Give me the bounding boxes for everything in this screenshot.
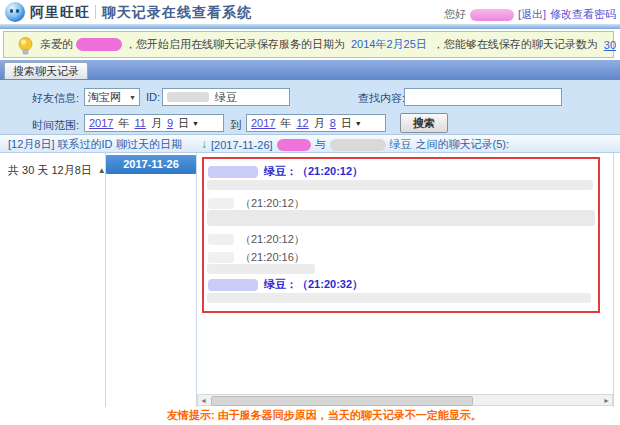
- change-password-link[interactable]: 修改查看密码: [550, 7, 616, 22]
- chat-line: （21:20:12）: [208, 196, 305, 211]
- friendly-tip-text: 友情提示: 由于服务器同步原因，当天的聊天记录不一定能显示。: [167, 408, 482, 423]
- sender-id-redacted: [208, 198, 234, 209]
- notice-body: ，您开始启用在线聊天记录保存服务的日期为: [125, 37, 345, 52]
- sender-id-redacted: [208, 279, 258, 291]
- grid-header-row: [12月8日] 联系过的ID 聊过天的日期 ↓ [2017-11-26] 与 绿…: [0, 135, 620, 153]
- chat-header-suffix: 之间的聊天记录(5):: [416, 137, 510, 152]
- sender-and-time: 绿豆：（21:20:12）: [264, 164, 363, 179]
- logout-link[interactable]: [退出]: [518, 7, 546, 22]
- chat-header-with: 与: [315, 137, 326, 152]
- friend-id-input[interactable]: 绿豆: [162, 88, 290, 106]
- chat-records-panel: 绿豆：（21:20:12） （21:20:12） （21:20:12） （21:…: [202, 157, 600, 313]
- chat-records-header: ↓ [2017-11-26] 与 绿豆 之间的聊天记录(5):: [201, 137, 509, 152]
- date-to-picker[interactable]: 2017 年 12 月 8 日 ▼: [246, 114, 386, 132]
- friend-info-label: 好友信息:: [32, 91, 79, 106]
- to-month-link[interactable]: 12: [296, 117, 308, 129]
- message-redacted: [207, 264, 315, 274]
- id-redacted: [167, 92, 209, 102]
- friend-type-value: 淘宝网: [88, 90, 121, 105]
- chat-record-viewer-page: 阿里旺旺 聊天记录在线查看系统 您好 [退出] 修改查看密码 亲爱的 ，您开始启…: [0, 0, 620, 425]
- chat-line: 绿豆：（21:20:12）: [208, 164, 363, 179]
- tab-search-chat-records[interactable]: 搜索聊天记录: [4, 62, 88, 79]
- month-unit: 月: [151, 116, 162, 131]
- calendar-dropdown-icon[interactable]: ▼: [355, 120, 362, 127]
- date-from-picker[interactable]: 2017 年 11 月 9 日 ▼: [84, 114, 224, 132]
- lightbulb-icon: [17, 37, 34, 55]
- chat-line: （21:20:16）: [208, 250, 305, 265]
- chat-header-partner-name: 绿豆: [390, 137, 412, 152]
- scrollbar-thumb[interactable]: [211, 396, 473, 406]
- top-header: 阿里旺旺 聊天记录在线查看系统 您好 [退出] 修改查看密码: [0, 0, 620, 24]
- year-unit: 年: [280, 116, 291, 131]
- chat-header-user-redacted: [277, 139, 311, 151]
- chevron-down-icon: ▼: [129, 94, 136, 101]
- panel-edge: [613, 153, 614, 407]
- notice-banner: 亲爱的 ，您开始启用在线聊天记录保存服务的日期为 2014年2月25日 ，您能够…: [3, 31, 614, 58]
- message-redacted: [207, 180, 593, 190]
- title-divider: [95, 5, 96, 19]
- horizontal-scrollbar[interactable]: ◄ ►: [197, 394, 613, 406]
- chat-line: （21:20:12）: [208, 232, 305, 247]
- notice-days-link[interactable]: 30: [604, 39, 616, 51]
- user-area: 您好 [退出] 修改查看密码: [444, 7, 616, 22]
- friend-type-select[interactable]: 淘宝网 ▼: [84, 88, 140, 106]
- to-year-link[interactable]: 2017: [251, 117, 275, 129]
- id-label: ID:: [146, 91, 160, 103]
- notice-text: 亲爱的 ，您开始启用在线聊天记录保存服务的日期为 2014年2月25日 ，您能够…: [40, 37, 620, 52]
- find-content-input[interactable]: [404, 88, 562, 106]
- username-redacted: [470, 9, 514, 21]
- days-summary-text: 共 30 天 12月8日: [8, 163, 92, 178]
- chat-line: 绿豆：（21:20:32）: [208, 277, 363, 292]
- sender-id-redacted: [208, 166, 258, 178]
- brand-name: 阿里旺旺: [30, 4, 90, 22]
- from-year-link[interactable]: 2017: [89, 117, 113, 129]
- notice-username-redacted: [76, 38, 122, 51]
- column-divider: [196, 153, 197, 407]
- scroll-left-icon[interactable]: ◄: [198, 397, 209, 404]
- to-day-link[interactable]: 8: [330, 117, 336, 129]
- green-down-arrow-icon[interactable]: ↓: [201, 139, 207, 150]
- message-time: （21:20:16）: [240, 250, 305, 265]
- sender-id-redacted: [208, 234, 234, 245]
- calendar-dropdown-icon[interactable]: ▼: [192, 120, 199, 127]
- chat-header-partner-redacted: [330, 139, 386, 151]
- message-time: （21:20:12）: [240, 232, 305, 247]
- tab-bar: 搜索聊天记录: [0, 60, 620, 80]
- header-divider-bar: [0, 24, 620, 29]
- sender-and-time: 绿豆：（21:20:32）: [264, 277, 363, 292]
- scrollbar-track[interactable]: [209, 395, 601, 405]
- sender-id-redacted: [208, 252, 234, 263]
- search-form: 好友信息: 淘宝网 ▼ ID: 绿豆 查找内容: 时间范围: 2017 年 11…: [0, 80, 620, 135]
- page-title: 聊天记录在线查看系统: [102, 4, 252, 22]
- month-unit: 月: [314, 116, 325, 131]
- to-word: 到: [230, 118, 241, 133]
- days-summary-row: 共 30 天 12月8日 ▲ ▼: [8, 163, 120, 178]
- greeting-text: 您好: [444, 7, 466, 22]
- notice-start-date: 2014年2月25日: [351, 37, 427, 52]
- year-unit: 年: [118, 116, 129, 131]
- day-unit: 日: [341, 116, 352, 131]
- search-button[interactable]: 搜索: [400, 113, 448, 133]
- from-month-link[interactable]: 11: [134, 117, 145, 129]
- sort-asc-icon[interactable]: ▲: [98, 166, 106, 175]
- column-divider: [105, 153, 106, 407]
- contacted-id-column-header: [12月8日] 联系过的ID: [8, 137, 113, 152]
- day-unit: 日: [178, 116, 189, 131]
- message-redacted: [207, 210, 595, 226]
- find-content-label: 查找内容:: [358, 91, 405, 106]
- scroll-right-icon[interactable]: ►: [601, 397, 612, 404]
- message-redacted: [207, 293, 591, 303]
- time-range-label: 时间范围:: [32, 118, 79, 133]
- selected-chat-date-cell[interactable]: 2017-11-26: [106, 155, 196, 174]
- chat-header-date: [2017-11-26]: [211, 139, 273, 151]
- id-visible-text: 绿豆: [215, 90, 237, 105]
- chat-date-column-header: 聊过天的日期: [116, 137, 182, 152]
- notice-body-mid: ，您能够在线保存的聊天记录数为: [433, 37, 598, 52]
- aliwangwang-logo-icon: [5, 2, 25, 22]
- message-time: （21:20:12）: [240, 196, 305, 211]
- from-day-link[interactable]: 9: [167, 117, 173, 129]
- notice-dear: 亲爱的: [40, 37, 73, 52]
